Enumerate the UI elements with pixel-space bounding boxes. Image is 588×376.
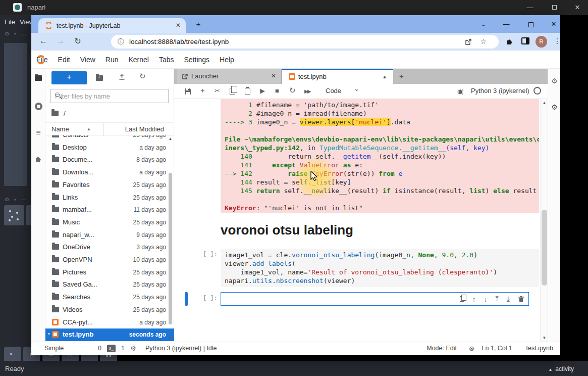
menu-view[interactable]: View	[75, 51, 100, 69]
file-row-docume-[interactable]: Docume...8 days ago	[45, 154, 174, 166]
extensions-puzzle-icon[interactable]	[506, 37, 514, 45]
file-row-test-ipynb[interactable]: •test.ipynbseconds ago	[45, 328, 174, 341]
cell-type-chevron-icon[interactable]: ⌄	[354, 85, 359, 92]
paste-cells-icon[interactable]	[245, 87, 250, 95]
file-row-openvpn[interactable]: OpenVPN10 days ago	[45, 254, 174, 266]
url-bar[interactable]: ⓘ localhost:8888/lab/tree/test.ipynb ☆	[111, 35, 499, 49]
menu-edit[interactable]: Edit	[53, 51, 75, 69]
file-row-onedrive[interactable]: OneDrive3 days ago	[45, 241, 174, 254]
forward-button[interactable]: →	[55, 36, 67, 45]
menu-tabs[interactable]: Tabs	[154, 51, 179, 69]
duplicate-cell-icon[interactable]	[460, 296, 464, 302]
napari-layer-controls-icons[interactable]: ∅ ▫ —	[5, 197, 28, 202]
nb-scroll-down-icon[interactable]: ▼	[541, 336, 548, 340]
file-row-contacts[interactable]: Contacts25 days ago	[45, 135, 174, 142]
browser-close-button[interactable]: ✕	[546, 20, 561, 28]
scrollbar-thumb[interactable]	[169, 173, 172, 324]
tab-notebook[interactable]: test.ipynb ●	[282, 69, 393, 84]
tab-close-icon[interactable]: ✕	[176, 22, 181, 29]
refresh-file-list-icon[interactable]: ↻	[139, 72, 146, 81]
browser-maximize-button[interactable]	[523, 21, 539, 29]
column-header-modified[interactable]: Last Modified	[125, 125, 164, 133]
restart-kernel-icon[interactable]: ↻	[289, 86, 296, 95]
file-row-links[interactable]: Links25 days ago	[45, 192, 174, 204]
cut-cells-icon[interactable]: ✂	[215, 87, 220, 95]
file-row-videos[interactable]: Videos25 days ago	[45, 304, 174, 316]
napari-maximize-button[interactable]	[545, 2, 563, 13]
file-row-searches[interactable]: Searches25 days ago	[45, 291, 174, 304]
file-row-cca-pyt-[interactable]: CCA-pyt...a day ago	[45, 316, 174, 329]
tab-search-icon[interactable]: ⌄	[476, 20, 491, 28]
debugger-sidebar-icon[interactable]: ⚙	[548, 103, 560, 111]
file-row-napari-w-[interactable]: napari_w...9 days ago	[45, 229, 174, 242]
file-row-mambaf-[interactable]: mambaf...11 days ago	[45, 204, 174, 216]
delete-cell-icon[interactable]	[518, 296, 524, 303]
insert-cell-icon[interactable]: +	[200, 86, 205, 95]
menu-help[interactable]: Help	[215, 51, 239, 69]
insert-cell-below-icon[interactable]: ⤓	[507, 295, 510, 303]
menu-settings[interactable]: Settings	[179, 51, 215, 69]
kernels-count[interactable]: 1	[121, 345, 125, 352]
terminals-count[interactable]: 0	[98, 345, 101, 352]
cursor-position[interactable]: Ln 1, Col 1	[482, 345, 512, 352]
napari-menubar[interactable]: FileView	[0, 15, 31, 29]
interrupt-kernel-icon[interactable]: ■	[275, 87, 279, 95]
file-row-pictures[interactable]: Pictures25 days ago	[45, 266, 174, 279]
file-list-scrollbar[interactable]: ▲ ▼	[168, 136, 173, 341]
bookmark-star-icon[interactable]: ☆	[480, 37, 487, 45]
file-row-favorites[interactable]: Favorites25 days ago	[45, 179, 174, 192]
filter-files-input[interactable]: Filter files by name	[50, 89, 169, 103]
property-inspector-gears-icon[interactable]: ⚙	[548, 77, 560, 85]
browser-minimize-button[interactable]: —	[499, 20, 514, 28]
column-header-name[interactable]: Name	[51, 125, 69, 133]
napari-points-layer-button[interactable]	[4, 205, 24, 225]
nb-scroll-up-icon[interactable]: ▲	[541, 101, 548, 105]
site-info-icon[interactable]: ⓘ	[118, 37, 124, 46]
home-folder-icon[interactable]	[51, 111, 59, 116]
menu-kernel[interactable]: Kernel	[123, 51, 153, 69]
insert-cell-above-icon[interactable]: ⤒	[496, 295, 499, 303]
add-tab-button[interactable]: +	[399, 72, 404, 80]
menu-run[interactable]: Run	[100, 51, 124, 69]
file-row-saved-ga-[interactable]: Saved Ga...25 days ago	[45, 278, 174, 291]
code-cell[interactable]: image1_vol = cle.voronoi_otsu_labeling(i…	[221, 249, 539, 287]
markdown-cell[interactable]: voronoi otsu labeling	[221, 222, 539, 246]
copy-cells-icon[interactable]	[230, 87, 235, 95]
breadcrumb-root[interactable]: /	[64, 110, 66, 117]
upload-icon[interactable]	[118, 73, 126, 80]
empty-code-cell[interactable]: ↑ ↓ ⤒ ⤓	[221, 292, 529, 306]
profile-avatar[interactable]: R	[536, 36, 547, 48]
tab-launcher[interactable]: Launcher ✕	[177, 69, 282, 84]
scroll-down-icon[interactable]: ▼	[168, 336, 173, 341]
side-panel-icon[interactable]	[521, 37, 529, 44]
extension-manager-icon[interactable]	[31, 155, 45, 163]
cell-type-dropdown[interactable]: Code	[326, 87, 341, 95]
move-cell-down-icon[interactable]: ↓	[484, 295, 488, 303]
file-row-desktop[interactable]: Desktopa day ago	[45, 142, 174, 154]
debugger-bug-icon[interactable]	[457, 88, 464, 95]
table-of-contents-icon[interactable]: ≡	[31, 128, 45, 137]
napari-layer-list[interactable]	[4, 43, 27, 186]
running-kernels-icon[interactable]	[31, 102, 45, 111]
move-cell-up-icon[interactable]: ↑	[472, 295, 476, 303]
file-row-music[interactable]: Music25 days ago	[45, 216, 174, 229]
kernel-name[interactable]: Python 3 (ipykernel)	[471, 87, 529, 95]
napari-menu-file[interactable]: File	[5, 15, 15, 29]
new-launcher-button[interactable]: +	[51, 71, 87, 84]
save-icon[interactable]	[184, 88, 191, 95]
run-cell-icon[interactable]: ▶	[260, 87, 265, 95]
restart-run-all-icon[interactable]: ▶▶	[304, 88, 310, 94]
scroll-up-icon[interactable]: ▲	[168, 136, 173, 141]
browser-menu-kebab-icon[interactable]: ⋮	[554, 37, 561, 45]
notebook-scrollbar[interactable]: ▲ ▼	[540, 99, 548, 342]
nb-scrollbar-thumb[interactable]	[542, 210, 547, 286]
napari-minimize-button[interactable]: —	[521, 2, 539, 13]
share-icon[interactable]	[464, 38, 472, 46]
napari-menu-view[interactable]: View	[20, 15, 31, 29]
napari-close-button[interactable]: ✕	[568, 2, 586, 13]
launcher-tab-close-icon[interactable]: ✕	[271, 72, 276, 79]
browser-tab[interactable]: test.ipynb - JupyterLab ✕	[38, 18, 186, 33]
napari-activity-toggle[interactable]: ▲activity	[548, 365, 574, 372]
back-button[interactable]: ←	[37, 36, 49, 45]
napari-layer-visibility-icons[interactable]: ∅ ▫ —	[5, 31, 28, 36]
